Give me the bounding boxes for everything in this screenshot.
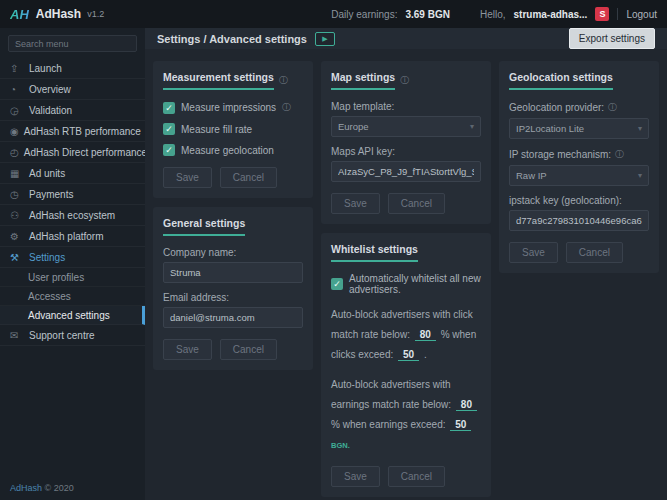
ad-units-icon: ▦: [10, 168, 24, 179]
breadcrumb: Settings / Advanced settings: [157, 33, 307, 45]
sidebar-item-label: AdHash Direct performance: [24, 147, 147, 158]
email-field[interactable]: [163, 307, 303, 328]
company-name-field[interactable]: [163, 262, 303, 283]
hello-label: Hello,: [480, 9, 506, 20]
save-button[interactable]: Save: [509, 242, 558, 263]
sidebar-item-label: Overview: [29, 84, 71, 95]
selected-value: IP2Location Lite: [516, 123, 584, 134]
platform-gear-icon: ⚙: [10, 231, 24, 242]
chevron-down-icon: ▾: [638, 124, 642, 133]
sidebar-subitem-user-profiles[interactable]: User profiles: [0, 268, 145, 287]
rule-text: % when earnings exceed:: [331, 419, 446, 430]
sidebar-subitem-label: User profiles: [28, 272, 84, 283]
daily-earnings-label: Daily earnings:: [331, 9, 397, 20]
cancel-button[interactable]: Cancel: [388, 466, 445, 487]
play-tutorial-button[interactable]: ▶: [315, 32, 335, 46]
save-button[interactable]: Save: [163, 167, 212, 188]
export-settings-button[interactable]: Export settings: [569, 28, 655, 49]
app-name: AdHash: [36, 7, 81, 21]
maps-api-key-field[interactable]: [331, 161, 481, 182]
sidebar-item-direct-performance[interactable]: ◴ AdHash Direct performance: [0, 142, 145, 163]
info-icon[interactable]: ⓘ: [279, 74, 288, 87]
search-input[interactable]: [8, 35, 137, 52]
sidebar-item-overview[interactable]: ◔ Overview: [0, 79, 145, 100]
sidebar-item-support-centre[interactable]: ✉ Support centre: [0, 325, 145, 346]
checkbox-label: Automatically whitelist all new advertis…: [349, 273, 481, 295]
email-address-label: Email address:: [163, 292, 303, 303]
click-match-rule: Auto-block advertisers with click match …: [331, 305, 481, 365]
validation-icon: ◶: [10, 105, 24, 116]
sidebar-item-ad-units[interactable]: ▦ Ad units: [0, 163, 145, 184]
settings-wrench-icon: ⚒: [10, 252, 24, 263]
save-button[interactable]: Save: [331, 193, 380, 214]
earnings-match-rate-field[interactable]: 80: [456, 399, 477, 411]
cancel-button[interactable]: Cancel: [220, 339, 277, 360]
info-icon[interactable]: ⓘ: [400, 74, 409, 87]
direct-performance-icon: ◴: [10, 147, 19, 158]
sidebar-item-ecosystem[interactable]: ⚇ AdHash ecosystem: [0, 205, 145, 226]
chevron-down-icon: ▾: [470, 122, 474, 131]
save-button[interactable]: Save: [163, 339, 212, 360]
sidebar-item-label: Support centre: [29, 330, 95, 341]
topbar: AH AdHash v1.2 Daily earnings: 3.69 BGN …: [0, 0, 667, 28]
measure-fill-rate-row: ✓ Measure fill rate: [163, 123, 303, 135]
sidebar-item-validation[interactable]: ◶ Validation: [0, 100, 145, 121]
company-name-label: Company name:: [163, 247, 303, 258]
cancel-button[interactable]: Cancel: [220, 167, 277, 188]
rule-text: .: [424, 349, 427, 360]
footer-brand: AdHash: [10, 483, 42, 493]
sidebar-subitem-accesses[interactable]: Accesses: [0, 287, 145, 306]
measure-impressions-row: ✓ Measure impressions ⓘ: [163, 101, 303, 114]
sidebar-item-settings[interactable]: ⚒ Settings: [0, 247, 145, 268]
measure-geolocation-checkbox[interactable]: ✓: [163, 144, 175, 156]
sidebar-subitem-advanced-settings[interactable]: Advanced settings: [0, 306, 145, 325]
main-content: Settings / Advanced settings ▶ Export se…: [145, 28, 667, 500]
info-icon[interactable]: ⓘ: [608, 101, 617, 114]
map-template-select[interactable]: Europe ▾: [331, 116, 481, 137]
general-settings-panel: General settings Company name: Email add…: [153, 207, 313, 370]
panel-title: Map settings: [331, 71, 395, 90]
rule-text: Auto-block advertisers with earnings mat…: [331, 379, 451, 410]
sidebar-item-launch[interactable]: ⇪ Launch: [0, 58, 145, 79]
info-icon[interactable]: ⓘ: [282, 101, 291, 114]
overview-icon: ◔: [10, 84, 24, 95]
save-button[interactable]: Save: [331, 466, 380, 487]
ip-storage-select[interactable]: Raw IP ▾: [509, 165, 649, 186]
adhash-logo-icon: AH: [10, 7, 29, 22]
bgn-unit-label: BGN.: [331, 441, 350, 450]
sidebar-item-label: AdHash platform: [29, 231, 103, 242]
content-header: Settings / Advanced settings ▶ Export se…: [145, 28, 667, 49]
auto-whitelist-checkbox[interactable]: ✓: [331, 278, 343, 290]
launch-icon: ⇪: [10, 63, 24, 74]
auto-whitelist-row: ✓ Automatically whitelist all new advert…: [331, 273, 481, 295]
panel-title: Measurement settings: [163, 71, 274, 90]
logout-button[interactable]: Logout: [626, 9, 657, 20]
selected-value: Europe: [338, 121, 369, 132]
cancel-button[interactable]: Cancel: [566, 242, 623, 263]
cancel-button[interactable]: Cancel: [388, 193, 445, 214]
sidebar-item-platform[interactable]: ⚙ AdHash platform: [0, 226, 145, 247]
clicks-exceed-field[interactable]: 50: [398, 349, 419, 361]
ip-storage-label: IP storage mechanism:: [509, 149, 611, 160]
ecosystem-icon: ⚇: [10, 210, 24, 221]
ipstack-key-field[interactable]: [509, 210, 649, 231]
sidebar-item-payments[interactable]: ◷ Payments: [0, 184, 145, 205]
sidebar-item-rtb-performance[interactable]: ◉ AdHash RTB performance: [0, 121, 145, 142]
user-avatar[interactable]: S: [595, 7, 609, 21]
sidebar-item-label: Payments: [29, 189, 73, 200]
earnings-exceed-field[interactable]: 50: [450, 419, 471, 431]
sidebar-footer: AdHash © 2020: [0, 476, 145, 500]
checkbox-label: Measure impressions: [181, 102, 276, 113]
measure-geolocation-row: ✓ Measure geolocation: [163, 144, 303, 156]
sidebar-subitem-label: Accesses: [28, 291, 71, 302]
measure-impressions-checkbox[interactable]: ✓: [163, 102, 175, 114]
sidebar-item-label: Ad units: [29, 168, 65, 179]
geolocation-provider-select[interactable]: IP2Location Lite ▾: [509, 118, 649, 139]
measure-fill-rate-checkbox[interactable]: ✓: [163, 123, 175, 135]
click-match-rate-field[interactable]: 80: [415, 329, 436, 341]
sidebar-item-label: Settings: [29, 252, 65, 263]
sidebar-item-label: AdHash ecosystem: [29, 210, 115, 221]
username[interactable]: struma-adhas...: [513, 9, 587, 20]
sidebar-item-label: Launch: [29, 63, 62, 74]
info-icon[interactable]: ⓘ: [615, 148, 624, 161]
